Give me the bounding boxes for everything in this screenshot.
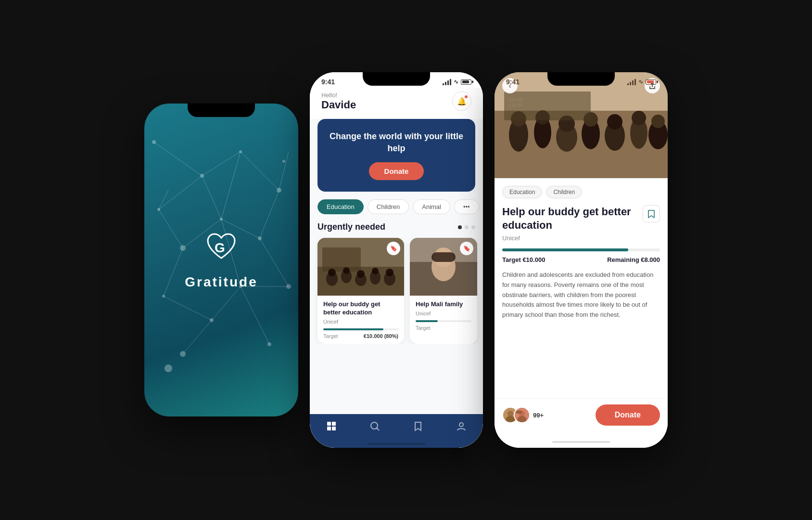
detail-home-indicator bbox=[552, 441, 610, 443]
dot-3 bbox=[471, 225, 475, 229]
svg-point-86 bbox=[517, 416, 526, 423]
card-1-target-label: Target bbox=[323, 333, 338, 339]
card-1-progress-fill bbox=[323, 328, 383, 330]
svg-point-87 bbox=[516, 410, 522, 414]
greeting-block: Hello! Davide bbox=[321, 91, 356, 111]
logo-container: G Gratitude bbox=[185, 230, 257, 290]
detail-status-icons: ∿ bbox=[627, 78, 656, 85]
phone-detail: 9:41 ∿ bbox=[495, 72, 668, 448]
svg-line-0 bbox=[154, 142, 202, 176]
detail-title-row: Help our buddy get better education bbox=[502, 205, 660, 232]
card-2-title: Help Mali family bbox=[416, 300, 471, 309]
svg-point-24 bbox=[220, 218, 223, 221]
detail-org: Unicef bbox=[502, 234, 660, 242]
category-pill-more[interactable]: ••• bbox=[454, 199, 479, 214]
section-header: Urgently needed bbox=[310, 222, 483, 238]
detail-amounts: Target €10.000 Remaining €8.000 bbox=[502, 256, 660, 263]
svg-text:|| |||| |||||: || |||| ||||| bbox=[509, 103, 522, 107]
svg-point-82 bbox=[508, 411, 513, 416]
supporters-count: 99+ bbox=[533, 412, 544, 419]
detail-hero-image: |||||| ||||||| || |||| ||||| ‹ bbox=[495, 72, 668, 178]
svg-point-61 bbox=[459, 423, 463, 427]
detail-remaining: Remaining €8.000 bbox=[607, 256, 660, 263]
detail-battery-icon bbox=[646, 79, 656, 85]
svg-line-16 bbox=[183, 320, 212, 354]
svg-point-27 bbox=[152, 140, 156, 144]
card-2[interactable]: 🔖 Help Mali family Unicef Target bbox=[410, 238, 477, 344]
remaining-amount: €8.000 bbox=[641, 256, 660, 263]
nav-bookmark-button[interactable] bbox=[413, 421, 423, 431]
phones-container: G Gratitude 9:41 bbox=[144, 72, 668, 448]
detail-description: Children and adolescents are excluded fr… bbox=[502, 270, 660, 320]
phone-home: 9:41 ∿ bbox=[310, 72, 483, 448]
detail-category-pills: Education Children bbox=[502, 186, 660, 198]
svg-text:G: G bbox=[215, 240, 225, 255]
svg-line-13 bbox=[212, 286, 241, 320]
svg-rect-54 bbox=[431, 252, 456, 262]
detail-bookmark-button[interactable] bbox=[643, 205, 660, 222]
card-1-org: Unicef bbox=[323, 319, 398, 325]
svg-line-60 bbox=[377, 428, 379, 430]
svg-rect-56 bbox=[332, 422, 336, 426]
card-2-org: Unicef bbox=[416, 311, 471, 316]
dot-1 bbox=[458, 225, 462, 229]
svg-point-20 bbox=[200, 174, 204, 178]
category-pill-animal[interactable]: Animal bbox=[413, 199, 450, 214]
detail-progress-fill bbox=[502, 248, 628, 251]
svg-line-2 bbox=[241, 152, 279, 190]
detail-title: Help our buddy get better education bbox=[502, 205, 637, 232]
svg-line-18 bbox=[159, 190, 168, 209]
detail-body: Education Children Help our buddy get be… bbox=[495, 178, 668, 398]
notification-bell-button[interactable]: 🔔 bbox=[452, 91, 471, 111]
banner-text: Change the world with your little help bbox=[327, 130, 466, 155]
svg-point-22 bbox=[277, 188, 281, 193]
card-1[interactable]: 🔖 Help our buddy get better education Un… bbox=[317, 238, 404, 344]
dot-2 bbox=[465, 225, 469, 229]
nav-profile-button[interactable] bbox=[456, 421, 467, 431]
supporters-group: 99+ bbox=[502, 407, 544, 423]
category-pill-children[interactable]: Children bbox=[368, 199, 409, 214]
hello-text: Hello! bbox=[321, 91, 356, 99]
svg-point-28 bbox=[286, 284, 291, 289]
pagination-dots bbox=[458, 225, 475, 229]
svg-point-33 bbox=[267, 342, 271, 346]
svg-point-73 bbox=[607, 114, 622, 130]
svg-line-19 bbox=[279, 152, 289, 190]
svg-line-10 bbox=[260, 238, 289, 286]
svg-point-59 bbox=[371, 422, 378, 429]
detail-donate-button[interactable]: Donate bbox=[596, 404, 660, 426]
nav-search-button[interactable] bbox=[369, 421, 380, 431]
svg-point-30 bbox=[210, 318, 214, 322]
card-2-body: Help Mali family Unicef Target bbox=[410, 296, 477, 336]
phone-splash: G Gratitude bbox=[144, 104, 298, 416]
svg-point-23 bbox=[258, 236, 262, 240]
time-detail: 9:41 bbox=[506, 78, 520, 86]
detail-target: Target €10.000 bbox=[502, 256, 545, 263]
card-2-image-container: 🔖 bbox=[410, 238, 477, 296]
svg-point-46 bbox=[343, 267, 350, 274]
svg-line-7 bbox=[159, 176, 202, 209]
notification-dot bbox=[464, 95, 468, 99]
logo-icon: G bbox=[204, 230, 239, 267]
user-name: Davide bbox=[321, 99, 356, 111]
card-1-progress-bar bbox=[323, 328, 398, 330]
banner-donate-button[interactable]: Donate bbox=[369, 162, 424, 180]
bottom-nav bbox=[310, 414, 483, 441]
target-amount: €10.000 bbox=[522, 256, 545, 263]
status-icons: ∿ bbox=[443, 78, 471, 85]
svg-point-75 bbox=[632, 111, 646, 125]
category-pills: Education Children Animal ••• bbox=[310, 199, 483, 222]
detail-pill-education[interactable]: Education bbox=[502, 186, 542, 198]
detail-wifi-icon: ∿ bbox=[638, 78, 643, 85]
detail-pill-children[interactable]: Children bbox=[546, 186, 582, 198]
svg-point-34 bbox=[165, 364, 172, 372]
card-2-target-label: Target bbox=[416, 325, 471, 331]
notch-home bbox=[363, 72, 430, 86]
battery-icon bbox=[461, 79, 471, 85]
nav-home-button[interactable] bbox=[326, 421, 337, 431]
svg-point-45 bbox=[328, 269, 336, 276]
category-pill-education[interactable]: Education bbox=[317, 199, 364, 214]
section-title: Urgently needed bbox=[317, 222, 385, 232]
detail-footer: 99+ Donate bbox=[495, 398, 668, 439]
detail-progress-bar bbox=[502, 248, 660, 251]
